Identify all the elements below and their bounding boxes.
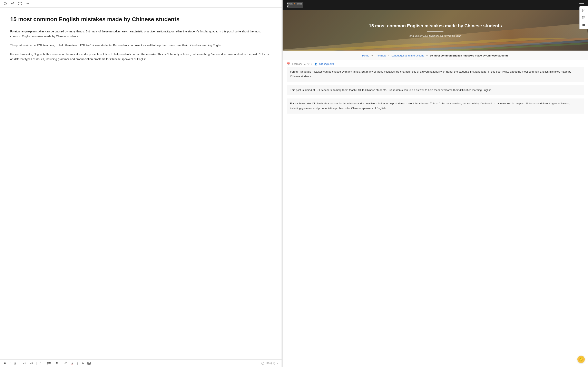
svg-point-7 bbox=[28, 3, 29, 4]
breadcrumb-category[interactable]: Languages and Interactions bbox=[391, 54, 424, 57]
emoji-button[interactable]: 😊 bbox=[577, 356, 585, 363]
breadcrumb-sep-1: » bbox=[371, 54, 373, 57]
svg-line-3 bbox=[12, 3, 13, 3]
svg-rect-15 bbox=[56, 362, 58, 363]
svg-point-10 bbox=[47, 363, 48, 364]
site-header: ⚑Being🚶Nomad🏕 bbox=[283, 0, 588, 10]
editor-panel: 15 most common English mistakes made by … bbox=[0, 0, 282, 367]
hero-section: 15 most common English mistakes made by … bbox=[283, 10, 588, 50]
toolbar-separator-3 bbox=[44, 362, 44, 365]
check-tool-button[interactable] bbox=[580, 7, 587, 14]
post-date: February 17, 2019 bbox=[292, 63, 312, 66]
share-button[interactable] bbox=[11, 2, 15, 6]
bold-button[interactable]: B bbox=[3, 361, 7, 365]
svg-rect-9 bbox=[48, 362, 51, 363]
editor-top-toolbar bbox=[0, 0, 282, 8]
svg-point-5 bbox=[26, 3, 26, 4]
hero-divider bbox=[427, 31, 443, 32]
italic-button[interactable]: i bbox=[9, 361, 11, 365]
svg-point-12 bbox=[47, 364, 48, 365]
post-meta: 📅 February 17, 2019 👤 Ola Jagielska bbox=[283, 60, 588, 67]
post-author[interactable]: Ola Jagielska bbox=[319, 63, 334, 66]
paragraph-button[interactable]: ¶ bbox=[76, 361, 79, 365]
article-title: 15 most common English mistakes made by … bbox=[10, 16, 271, 23]
image-button[interactable] bbox=[86, 361, 91, 365]
editor-content-area[interactable]: 15 most common English mistakes made by … bbox=[0, 8, 282, 359]
right-tools-panel: T/A bbox=[579, 6, 588, 29]
svg-rect-16 bbox=[56, 363, 58, 364]
strikethrough-button[interactable]: S bbox=[81, 361, 85, 365]
site-logo[interactable]: ⚑Being🚶Nomad🏕 bbox=[287, 2, 303, 8]
breadcrumb-home[interactable]: Home bbox=[362, 54, 369, 57]
svg-point-6 bbox=[27, 3, 28, 4]
post-paragraph-2: This post is aimed at ESL teachers, to h… bbox=[287, 85, 584, 95]
svg-rect-11 bbox=[48, 363, 51, 364]
layers-tool-button[interactable] bbox=[580, 22, 587, 28]
svg-point-8 bbox=[47, 362, 48, 363]
word-count: 129 单词 bbox=[265, 362, 275, 365]
quote-button[interactable]: “ bbox=[39, 361, 42, 365]
svg-line-4 bbox=[12, 4, 13, 4]
svg-text:T/A: T/A bbox=[583, 17, 585, 19]
editor-paragraph-1: Foreign language mistakes can be caused … bbox=[10, 29, 271, 39]
svg-rect-18 bbox=[87, 362, 90, 365]
svg-point-2 bbox=[13, 4, 14, 5]
list-unordered-button[interactable] bbox=[47, 362, 52, 365]
list-ordered-button[interactable]: 1. bbox=[53, 362, 58, 365]
link-button[interactable] bbox=[63, 361, 68, 365]
web-preview-panel: ⚑Being🚶Nomad🏕 15 most common English mis… bbox=[283, 0, 588, 367]
refresh-button[interactable] bbox=[3, 2, 7, 6]
hero-title: 15 most common English mistakes made by … bbox=[361, 23, 510, 29]
svg-rect-24 bbox=[582, 24, 585, 26]
breadcrumb-current: 15 most common English mistakes made by … bbox=[430, 54, 509, 57]
breadcrumb-sep-3: » bbox=[426, 54, 428, 57]
author-icon: 👤 bbox=[314, 63, 317, 66]
toolbar-separator-4 bbox=[61, 362, 61, 365]
hamburger-menu-button[interactable] bbox=[579, 3, 584, 6]
breadcrumb-sep-2: » bbox=[388, 54, 389, 57]
word-count-area: 129 单词 bbox=[261, 362, 278, 365]
more-button[interactable] bbox=[25, 2, 29, 6]
calendar-icon: 📅 bbox=[287, 62, 290, 66]
toolbar-separator-1 bbox=[19, 362, 19, 365]
svg-text:1.: 1. bbox=[54, 363, 56, 365]
post-paragraph-1: Foreign language mistakes can be caused … bbox=[287, 67, 584, 82]
svg-rect-13 bbox=[48, 364, 51, 364]
logo-icon: ⚑Being🚶Nomad🏕 bbox=[287, 2, 303, 8]
breadcrumb-blog[interactable]: The Blog bbox=[375, 54, 386, 57]
text-format-tool-button[interactable]: T/A bbox=[580, 15, 587, 21]
underline-button[interactable]: U bbox=[13, 361, 17, 365]
breadcrumb-bar: Home » The Blog » Languages and Interact… bbox=[283, 50, 588, 60]
fullscreen-button[interactable] bbox=[18, 2, 22, 6]
post-paragraph-3: For each mistake, I'll give both a reaso… bbox=[287, 99, 584, 114]
post-content: Foreign language mistakes can be caused … bbox=[283, 67, 588, 125]
editor-paragraph-2: This post is aimed at ESL teachers, to h… bbox=[10, 43, 271, 48]
svg-point-1 bbox=[11, 3, 12, 4]
color-button[interactable]: A bbox=[70, 361, 74, 365]
svg-rect-17 bbox=[56, 364, 58, 364]
editor-paragraph-3: For each mistake, I'll give both a reaso… bbox=[10, 52, 271, 62]
heading2-button[interactable]: H2 bbox=[29, 361, 34, 365]
hero-subtitle: And tips for ESL teachers on how to fix … bbox=[409, 34, 461, 37]
heading1-button[interactable]: H1 bbox=[22, 361, 27, 365]
editor-bottom-toolbar: B i U H1 H2 “ 1. bbox=[0, 359, 282, 367]
svg-point-0 bbox=[13, 2, 14, 3]
svg-point-19 bbox=[88, 363, 89, 363]
